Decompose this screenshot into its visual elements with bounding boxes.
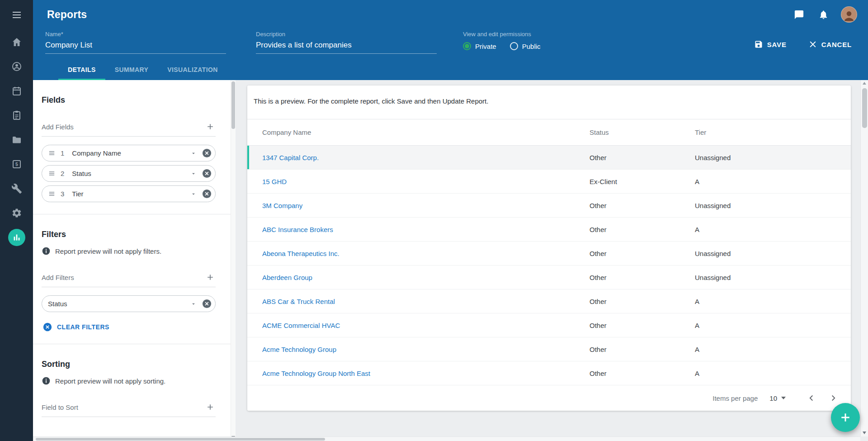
- permissions-radios: Private Public: [463, 42, 541, 50]
- report-name-input[interactable]: [45, 38, 226, 54]
- status-cell: Ex-Client: [590, 178, 695, 185]
- chat-icon[interactable]: [792, 8, 806, 21]
- private-radio[interactable]: Private: [463, 42, 496, 50]
- chevron-down-icon[interactable]: [190, 150, 197, 156]
- drag-handle-icon[interactable]: [48, 170, 56, 177]
- remove-filter-icon[interactable]: [202, 299, 212, 309]
- company-link[interactable]: Acme Technology Group North East: [262, 370, 590, 377]
- content-column: Reports Name*: [33, 0, 868, 441]
- cancel-button-label: CANCEL: [821, 41, 852, 48]
- hamburger-menu-icon[interactable]: [6, 5, 27, 25]
- main-area: Fields Add Fields 1 Company Name: [33, 80, 868, 441]
- clear-circle-x-icon: [42, 322, 52, 332]
- add-sort-plus-icon[interactable]: [205, 402, 216, 413]
- remove-field-icon[interactable]: [202, 148, 212, 158]
- clear-filters-button[interactable]: CLEAR FILTERS: [42, 322, 109, 332]
- radio-unselected-icon: [510, 42, 518, 50]
- company-link[interactable]: Acme Technology Group: [262, 346, 590, 353]
- column-header-company[interactable]: Company Name: [262, 128, 590, 136]
- field-label: Status: [72, 170, 190, 177]
- close-x-icon: [808, 40, 817, 49]
- files-folder-icon[interactable]: [6, 129, 27, 150]
- save-button[interactable]: SAVE: [754, 40, 787, 49]
- home-icon[interactable]: [6, 32, 27, 52]
- tools-wrench-icon[interactable]: [6, 178, 27, 199]
- field-chip-status[interactable]: 2 Status: [42, 165, 216, 182]
- contacts-icon[interactable]: [6, 56, 27, 77]
- remove-field-icon[interactable]: [202, 189, 212, 199]
- report-description-input[interactable]: [256, 38, 437, 54]
- plus-icon: [839, 411, 852, 424]
- table-row[interactable]: ABC Insurance Brokers Other A: [247, 218, 851, 242]
- filters-section-title: Filters: [42, 230, 216, 239]
- table-row[interactable]: Aberdeen Group Other Unassigned: [247, 266, 851, 289]
- user-avatar[interactable]: [841, 6, 857, 23]
- table-row[interactable]: 15 GHD Ex-Client A: [247, 170, 851, 194]
- calendar-icon[interactable]: [6, 81, 27, 101]
- divider: [33, 344, 236, 344]
- status-cell: Other: [590, 226, 695, 233]
- company-link[interactable]: ACME Commercial HVAC: [262, 322, 590, 329]
- tier-cell: A: [695, 298, 851, 305]
- tab-summary[interactable]: SUMMARY: [105, 60, 158, 80]
- filters-note-text: Report preview will not apply filters.: [55, 247, 161, 255]
- table-row[interactable]: ABS Car & Truck Rental Other A: [247, 289, 851, 313]
- table-row[interactable]: Acme Technology Group Other A: [247, 337, 851, 361]
- table-row[interactable]: 3M Company Other Unassigned: [247, 194, 851, 218]
- page-vertical-scrollbar[interactable]: [860, 80, 868, 436]
- filter-chip-status[interactable]: Status: [42, 295, 216, 312]
- table-row[interactable]: ACME Commercial HVAC Other A: [247, 313, 851, 337]
- scrollbar-thumb[interactable]: [862, 88, 867, 128]
- drag-handle-icon[interactable]: [48, 149, 56, 157]
- public-radio[interactable]: Public: [510, 42, 541, 50]
- table-row[interactable]: Abeona Therapeutics Inc. Other Unassigne…: [247, 242, 851, 266]
- remove-field-icon[interactable]: [202, 168, 212, 179]
- permissions-group: View and edit permissions Private Public: [463, 31, 541, 50]
- reports-nav-item-active[interactable]: [6, 227, 27, 248]
- scrollbar-thumb[interactable]: [231, 81, 235, 129]
- report-description-label: Description: [256, 31, 437, 38]
- company-link[interactable]: ABS Car & Truck Rental: [262, 298, 590, 305]
- scroll-down-arrow-icon[interactable]: [863, 432, 866, 434]
- company-link[interactable]: ABC Insurance Brokers: [262, 226, 590, 233]
- filter-label: Status: [48, 300, 190, 308]
- tab-details[interactable]: DETAILS: [58, 60, 105, 80]
- column-header-tier[interactable]: Tier: [695, 128, 851, 136]
- items-per-page-select[interactable]: 10: [769, 394, 786, 402]
- chevron-down-icon[interactable]: [190, 171, 197, 177]
- previous-page-chevron-icon[interactable]: [806, 392, 817, 404]
- add-fields-plus-icon[interactable]: [205, 121, 216, 132]
- permissions-label: View and edit permissions: [463, 31, 541, 38]
- table-row[interactable]: Acme Technology Group North East Other A: [247, 361, 851, 385]
- field-to-sort-row: Field to Sort: [42, 402, 216, 417]
- next-page-chevron-icon[interactable]: [827, 392, 839, 404]
- company-link[interactable]: Abeona Therapeutics Inc.: [262, 250, 590, 257]
- cancel-button[interactable]: CANCEL: [808, 40, 852, 49]
- notifications-bell-icon[interactable]: [816, 8, 830, 21]
- tab-visualization[interactable]: VISUALIZATION: [158, 60, 227, 80]
- svg-text:5: 5: [15, 161, 18, 167]
- field-chip-company-name[interactable]: 1 Company Name: [42, 145, 216, 161]
- chevron-down-icon[interactable]: [190, 191, 197, 197]
- company-link[interactable]: 3M Company: [262, 202, 590, 209]
- card-5-icon[interactable]: 5: [6, 154, 27, 175]
- chevron-down-icon[interactable]: [190, 301, 197, 307]
- drag-handle-icon[interactable]: [48, 190, 56, 198]
- field-order: 1: [61, 149, 64, 157]
- tasks-clipboard-icon[interactable]: [6, 105, 27, 126]
- field-chip-tier[interactable]: 3 Tier: [42, 185, 216, 202]
- company-link[interactable]: 15 GHD: [262, 178, 590, 185]
- column-header-status[interactable]: Status: [590, 128, 695, 136]
- radio-selected-icon: [463, 42, 471, 50]
- company-link[interactable]: 1347 Capital Corp.: [262, 154, 590, 161]
- builder-scrollbar[interactable]: [231, 80, 236, 441]
- company-link[interactable]: Aberdeen Group: [262, 274, 590, 281]
- clear-filters-label: CLEAR FILTERS: [57, 323, 109, 331]
- table-row[interactable]: 1347 Capital Corp. Other Unassigned: [247, 146, 851, 170]
- scrollbar-thumb[interactable]: [36, 438, 325, 441]
- add-fab-button[interactable]: [831, 403, 860, 432]
- add-filters-plus-icon[interactable]: [205, 272, 216, 283]
- settings-gear-icon[interactable]: [6, 203, 27, 223]
- scroll-up-arrow-icon[interactable]: [863, 82, 866, 85]
- page-horizontal-scrollbar[interactable]: [33, 436, 860, 441]
